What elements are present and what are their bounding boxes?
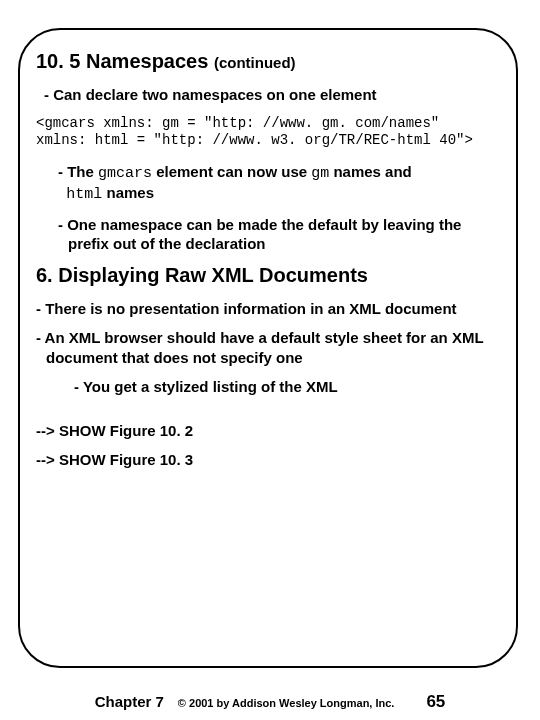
- bullet-gmcars-uses: - The gmcars element can now use gm name…: [58, 162, 500, 205]
- title-main: 10. 5 Namespaces: [36, 50, 208, 72]
- bullet-default-ns: - One namespace can be made the default …: [58, 215, 500, 254]
- code-inline-gmcars: gmcars: [98, 165, 152, 182]
- footer-copyright: © 2001 by Addison Wesley Longman, Inc.: [178, 697, 395, 709]
- slide-title: 10. 5 Namespaces (continued): [36, 50, 500, 73]
- text-fragment: names and: [329, 163, 412, 180]
- bullet-stylized-listing: - You get a stylized listing of the XML: [74, 377, 500, 397]
- footer-page-number: 65: [426, 692, 445, 712]
- slide-footer: Chapter 7 © 2001 by Addison Wesley Longm…: [0, 692, 540, 712]
- footer-chapter: Chapter 7: [95, 693, 164, 710]
- show-figure-10-2: --> SHOW Figure 10. 2: [36, 421, 500, 441]
- text-fragment: names: [102, 184, 154, 201]
- bullet-declare-two-ns: - Can declare two namespaces on one elem…: [44, 85, 500, 105]
- show-figure-10-3: --> SHOW Figure 10. 3: [36, 450, 500, 470]
- title-continued: (continued): [214, 54, 296, 71]
- code-inline-gm: gm: [311, 165, 329, 182]
- bullet-default-stylesheet: - An XML browser should have a default s…: [36, 328, 500, 367]
- section-heading-displaying: 6. Displaying Raw XML Documents: [36, 264, 500, 287]
- slide-frame: 10. 5 Namespaces (continued) - Can decla…: [18, 28, 518, 668]
- text-fragment: - The: [58, 163, 98, 180]
- code-inline-html: html: [66, 186, 102, 203]
- spacer: [36, 407, 500, 421]
- code-xmlns-declaration: <gmcars xmlns: gm = "http: //www. gm. co…: [36, 115, 500, 150]
- text-fragment: element can now use: [152, 163, 311, 180]
- bullet-no-presentation: - There is no presentation information i…: [36, 299, 500, 319]
